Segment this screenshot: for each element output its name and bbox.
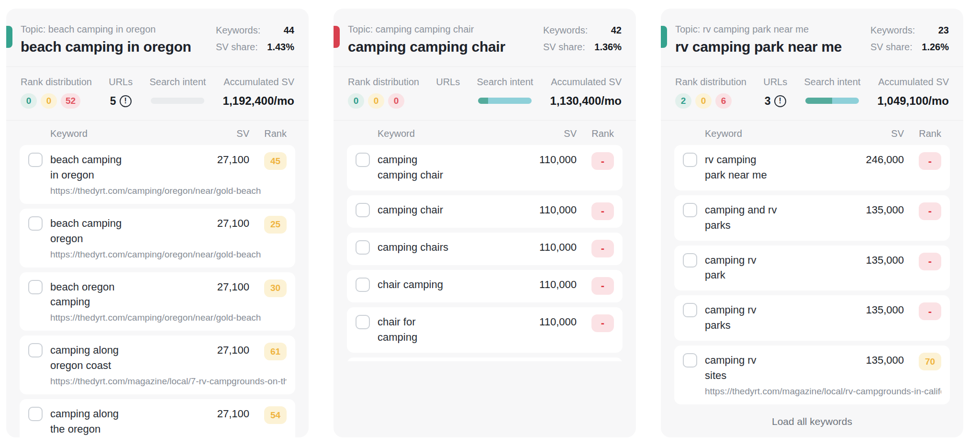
keyword-checkbox[interactable]	[28, 407, 43, 421]
urls-count: 5	[110, 95, 116, 108]
topic-cards-container: Topic: beach camping in oregon beach cam…	[0, 0, 980, 437]
rank-distribution-label: Rank distribution	[348, 77, 419, 88]
keyword-checkbox[interactable]	[683, 353, 697, 368]
rank-badge-cell: 61	[260, 343, 287, 360]
search-intent-label: Search intent	[804, 77, 860, 88]
keyword-text: camping chair	[378, 202, 451, 218]
rank-badge: -	[919, 202, 941, 220]
rank-distribution-pill: 0	[21, 93, 37, 109]
keyword-checkbox[interactable]	[28, 343, 43, 357]
keyword-row[interactable]: camping chair 110,000 -	[347, 195, 623, 228]
rank-badge-cell: 70	[914, 353, 941, 370]
keyword-row-main: beach camping in oregon 27,100 45	[28, 152, 287, 183]
keyword-text: rv camping park near me	[705, 152, 778, 183]
keyword-row[interactable]: camping chairs 110,000 -	[347, 233, 623, 265]
keyword-url: https://thedyrt.com/magazine/local/rv-ca…	[705, 386, 941, 397]
keyword-row-main: camping chairs 110,000 -	[356, 240, 614, 257]
topic-label: Topic: beach camping in oregon	[21, 24, 191, 35]
card-header: Topic: rv camping park near me rv campin…	[661, 9, 963, 67]
keyword-row[interactable]: camping along oregon coast 27,100 61 htt…	[20, 335, 295, 394]
info-icon[interactable]: !	[774, 95, 786, 107]
keyword-row[interactable]: chair camping 110,000 -	[347, 270, 623, 302]
keyword-row[interactable]: beach camping in oregon 27,100 45 https:…	[20, 145, 295, 204]
rank-badge: 30	[264, 279, 287, 297]
accumulated-sv-label: Accumulated SV	[878, 77, 949, 88]
card-stats-row: Rank distribution 000 URLs ! Search inte…	[334, 67, 636, 121]
keyword-row[interactable]: camping rv parks 135,000 -	[674, 295, 950, 341]
rank-badge-cell: 30	[260, 279, 287, 297]
rank-badge-cell: -	[914, 253, 941, 270]
keyword-sv-value: 27,100	[197, 154, 249, 166]
load-all-keywords-button[interactable]: Load all keywords	[661, 409, 963, 432]
accumulated-sv-value: 1,192,400/mo	[223, 93, 294, 109]
keyword-sv-value: 27,100	[197, 281, 249, 293]
rank-distribution-stat: Rank distribution 000	[348, 77, 419, 109]
search-intent-label: Search intent	[477, 77, 533, 88]
keyword-row-main: beach oregon camping 27,100 30	[28, 279, 287, 310]
keyword-text: camping chairs	[378, 240, 451, 255]
accumulated-sv-label: Accumulated SV	[223, 77, 294, 88]
urls-value: 5 !	[110, 93, 132, 109]
rank-distribution-pill: 0	[695, 93, 712, 109]
keyword-sv-value: 246,000	[851, 154, 904, 166]
keyword-table-header: Keyword SV Rank	[347, 128, 623, 139]
keyword-row[interactable]: chair for camping 110,000 -	[347, 307, 623, 353]
keyword-checkbox[interactable]	[356, 203, 370, 217]
rank-distribution-pill: 0	[368, 93, 384, 109]
keyword-checkbox[interactable]	[683, 303, 697, 317]
keyword-checkbox[interactable]	[683, 153, 697, 167]
keyword-rows: beach camping in oregon 27,100 45 https:…	[20, 145, 295, 437]
urls-count: 3	[765, 95, 771, 108]
urls-stat: URLs 3 !	[763, 77, 787, 109]
keyword-checkbox[interactable]	[28, 216, 43, 231]
rank-badge: 25	[264, 216, 287, 234]
accumulated-sv-value: 1,049,100/mo	[878, 93, 949, 109]
keyword-rows: rv camping park near me 246,000 - campin…	[674, 145, 950, 404]
keyword-row[interactable]: camping rv park 135,000 -	[674, 245, 950, 291]
rank-badge-cell: -	[914, 302, 941, 320]
rank-distribution-pills: 0052	[21, 93, 92, 109]
keyword-row[interactable]: camping rv sites 135,000 70 https://thed…	[674, 346, 950, 404]
keyword-sv-value: 110,000	[524, 204, 577, 216]
keyword-sv-value: 110,000	[524, 241, 577, 254]
keyword-row-main: rv camping park near me 246,000 -	[683, 152, 941, 183]
accumulated-sv-stat: Accumulated SV 1,049,100/mo	[878, 77, 949, 109]
keyword-checkbox[interactable]	[683, 253, 697, 268]
topic-card: Topic: camping camping chair camping cam…	[334, 9, 636, 437]
keyword-row[interactable]: chairs for camping 110,000 -	[347, 357, 623, 361]
keyword-sv-value: 110,000	[524, 279, 577, 291]
keyword-checkbox[interactable]	[683, 203, 697, 217]
card-stats-row: Rank distribution 0052 URLs 5 ! Search i…	[6, 67, 309, 121]
rank-badge: -	[591, 202, 614, 220]
column-header-keyword: Keyword	[50, 128, 197, 139]
sv-share-value: 1.43%	[267, 42, 294, 53]
keyword-checkbox[interactable]	[356, 240, 370, 255]
card-header: Topic: camping camping chair camping cam…	[334, 9, 636, 67]
keyword-checkbox[interactable]	[356, 315, 370, 329]
keyword-checkbox[interactable]	[28, 280, 43, 294]
keyword-text: beach camping in oregon	[50, 152, 123, 183]
column-header-sv: SV	[524, 128, 577, 139]
search-intent-stat: Search intent	[149, 77, 206, 106]
keyword-checkbox[interactable]	[356, 153, 370, 167]
rank-badge: -	[919, 152, 941, 170]
rank-distribution-pill: 52	[61, 93, 80, 109]
rank-badge-cell: -	[587, 277, 614, 295]
rank-badge: 70	[919, 353, 941, 370]
info-icon[interactable]: !	[120, 95, 132, 107]
keyword-row[interactable]: camping camping chair 110,000 -	[347, 145, 623, 190]
keyword-row-main: chair camping 110,000 -	[356, 277, 614, 295]
rank-distribution-pill: 0	[348, 93, 364, 109]
rank-badge-cell: 25	[260, 216, 287, 234]
keyword-checkbox[interactable]	[356, 278, 370, 292]
keyword-checkbox[interactable]	[28, 153, 43, 167]
keyword-text: beach oregon camping	[50, 279, 123, 310]
accumulated-sv-value: 1,130,400/mo	[550, 93, 622, 109]
keyword-row[interactable]: camping and rv parks 135,000 -	[674, 195, 950, 241]
keyword-row[interactable]: rv camping park near me 246,000 -	[674, 145, 950, 190]
rank-badge-cell: -	[587, 314, 614, 332]
keyword-row[interactable]: beach camping oregon 27,100 25 https://t…	[20, 209, 295, 268]
keyword-row[interactable]: beach oregon camping 27,100 30 https://t…	[20, 272, 295, 331]
keyword-rows: camping camping chair 110,000 - camping …	[347, 145, 623, 361]
keyword-row[interactable]: camping along the oregon coast 27,100 54…	[20, 399, 295, 437]
